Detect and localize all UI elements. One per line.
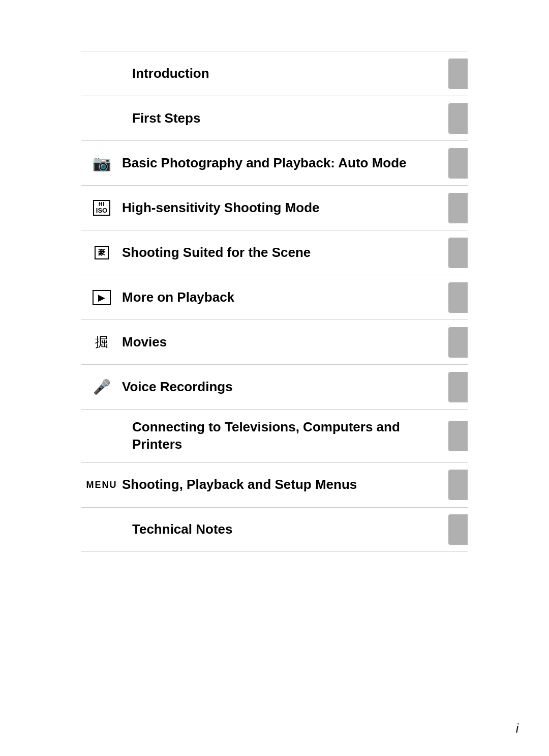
toc-tab-movies [448,327,468,358]
toc-tab-menus [448,470,468,500]
toc-label-introduction: Introduction [122,56,448,92]
toc-icon-play: ▶ [81,290,122,305]
toc-label-movies: Movies [122,325,448,360]
toc-icon-scene: 豪 [81,246,122,259]
toc-row-voice-recordings[interactable]: 🎤 Voice Recordings [81,364,468,409]
toc-tab-connecting [448,421,468,451]
toc-row-scene[interactable]: 豪 Shooting Suited for the Scene [81,230,468,275]
toc-row-technical-notes[interactable]: Technical Notes [81,507,468,552]
toc-label-first-steps: First Steps [122,101,448,136]
toc-row-first-steps[interactable]: First Steps [81,96,468,140]
toc-tab-high-sensitivity [448,193,468,223]
toc-row-more-playback[interactable]: ▶ More on Playback [81,275,468,319]
toc-tab-voice-recordings [448,372,468,402]
toc-icon-camera: 📷 [81,154,122,172]
toc-tab-more-playback [448,282,468,313]
page-container: Introduction First Steps 📷 Basic Photogr… [0,0,549,756]
toc-label-basic-photography: Basic Photography and Playback: Auto Mod… [122,146,448,181]
toc-tab-basic-photography [448,148,468,179]
toc-label-connecting: Connecting to Televisions, Computers and… [122,410,448,462]
toc-label-technical-notes: Technical Notes [122,512,448,547]
toc-tab-technical-notes [448,514,468,545]
toc-tab-scene [448,238,468,268]
toc-icon-iso: HI ISO [81,200,122,216]
toc-row-basic-photography[interactable]: 📷 Basic Photography and Playback: Auto M… [81,140,468,185]
toc-row-movies[interactable]: 掘 Movies [81,319,468,364]
toc-label-high-sensitivity: High-sensitivity Shooting Mode [122,190,448,226]
toc-table: Introduction First Steps 📷 Basic Photogr… [81,51,468,552]
toc-label-menus: Shooting, Playback and Setup Menus [122,467,448,503]
toc-row-introduction[interactable]: Introduction [81,51,468,96]
toc-icon-microphone: 🎤 [81,379,122,395]
toc-label-more-playback: More on Playback [122,280,448,315]
toc-tab-first-steps [448,103,468,134]
toc-row-high-sensitivity[interactable]: HI ISO High-sensitivity Shooting Mode [81,185,468,230]
toc-row-connecting[interactable]: Connecting to Televisions, Computers and… [81,409,468,462]
toc-row-menus[interactable]: MENU Shooting, Playback and Setup Menus [81,462,468,507]
page-number: i [516,721,518,736]
toc-icon-movie: 掘 [81,333,122,351]
toc-icon-menu: MENU [81,480,122,490]
toc-label-voice-recordings: Voice Recordings [122,369,448,405]
toc-label-scene: Shooting Suited for the Scene [122,235,448,271]
toc-tab-introduction [448,59,468,89]
